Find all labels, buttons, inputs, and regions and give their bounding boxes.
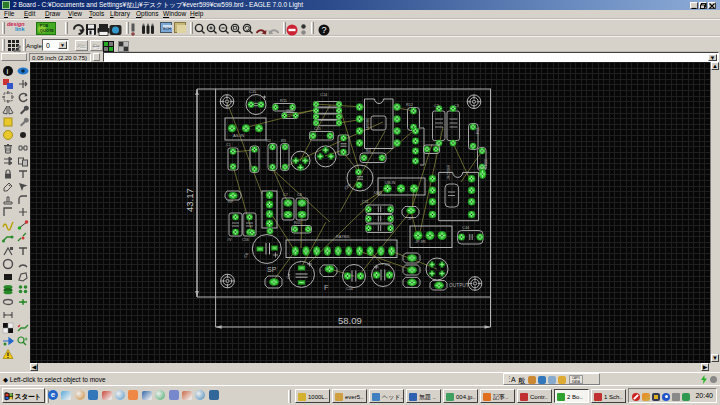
svg-text:i: i xyxy=(7,67,9,76)
svg-text:R12: R12 xyxy=(406,103,413,107)
svg-text:C04: C04 xyxy=(346,287,353,291)
svg-text:R01: R01 xyxy=(294,221,301,225)
svg-text:SP: SP xyxy=(267,266,277,273)
svg-text:58.09: 58.09 xyxy=(338,315,362,326)
svg-text:C14: C14 xyxy=(320,92,328,97)
svg-text:C8: C8 xyxy=(297,193,302,197)
svg-text:R3: R3 xyxy=(281,139,286,143)
svg-text:C11: C11 xyxy=(362,200,369,204)
svg-text:UB-IN: UB-IN xyxy=(385,181,396,185)
svg-text:?: ? xyxy=(322,25,327,35)
svg-text:C9: C9 xyxy=(385,263,390,267)
svg-text:R4: R4 xyxy=(366,149,371,153)
svg-text:C56: C56 xyxy=(242,238,249,242)
svg-text:AS-IN: AS-IN xyxy=(233,133,244,138)
svg-text:R21: R21 xyxy=(476,127,480,134)
svg-text:RP: RP xyxy=(228,200,234,204)
svg-text:JP-9R: JP-9R xyxy=(415,240,426,244)
svg-text:OUTPUT: OUTPUT xyxy=(449,283,469,288)
svg-text:C44: C44 xyxy=(462,225,470,230)
svg-text:C1: C1 xyxy=(226,143,231,147)
svg-text:#V: #V xyxy=(227,238,232,242)
svg-text:43.17: 43.17 xyxy=(184,188,195,212)
svg-text:F: F xyxy=(324,283,329,292)
svg-text:C15: C15 xyxy=(249,89,257,94)
svg-text:C05: C05 xyxy=(314,127,321,131)
svg-text:JP: JP xyxy=(408,217,413,221)
svg-text:C05: C05 xyxy=(343,181,352,190)
svg-text:UR1: UR1 xyxy=(374,190,383,195)
svg-text:C6: C6 xyxy=(243,251,250,259)
svg-text:R2: R2 xyxy=(266,139,271,143)
svg-text:RA7805: RA7805 xyxy=(336,235,350,239)
svg-text:15P: 15P xyxy=(286,109,293,113)
svg-text:C7: C7 xyxy=(283,193,288,197)
svg-text:R22: R22 xyxy=(484,159,488,166)
svg-text:LM386: LM386 xyxy=(365,117,370,130)
svg-text:C3: C3 xyxy=(454,104,459,108)
svg-text:JRC2068: JRC2068 xyxy=(447,165,451,180)
svg-text:R11: R11 xyxy=(280,98,288,103)
svg-text:C2: C2 xyxy=(434,104,439,108)
